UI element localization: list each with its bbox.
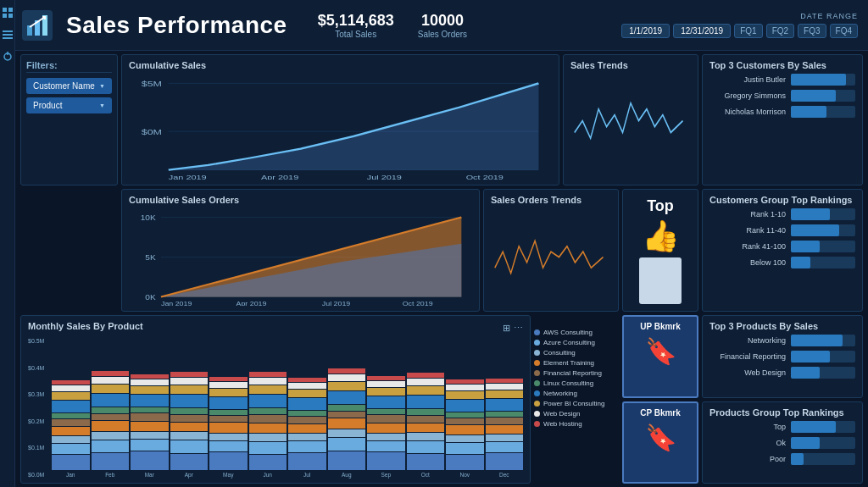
legend-label: Element Training bbox=[543, 359, 594, 367]
filter-icon[interactable]: ⊞ bbox=[503, 323, 510, 334]
legend-item: Linux Consulting bbox=[534, 379, 619, 387]
sales-trends-panel: Sales Trends bbox=[563, 54, 698, 185]
legend-label: Power BI Consulting bbox=[543, 400, 604, 407]
svg-text:Jan 2019: Jan 2019 bbox=[161, 301, 192, 306]
bar-segment bbox=[328, 412, 366, 418]
bar-segment bbox=[92, 385, 130, 393]
bar-segment bbox=[249, 408, 287, 414]
bar-segment bbox=[92, 394, 130, 407]
fq3-button[interactable]: FQ3 bbox=[798, 24, 826, 38]
sidebar-icon-3[interactable] bbox=[2, 51, 14, 63]
bar-segment bbox=[328, 382, 366, 390]
legend-dot bbox=[534, 350, 540, 356]
y-axis: $0.5M $0.4M $0.3M $0.2M $0.1M $0.0M bbox=[28, 338, 52, 478]
top3-customers-bars: Justin Butler Gregory Simmons Nicholas M… bbox=[709, 74, 855, 118]
legend-dot bbox=[534, 411, 540, 417]
bar-segment bbox=[249, 385, 287, 394]
row3-right-panels: Top 3 Products By Sales Networking Finan… bbox=[702, 315, 863, 484]
month-label: Nov bbox=[459, 472, 470, 478]
legend-item: Networking bbox=[534, 390, 619, 397]
bar-segment bbox=[52, 401, 90, 412]
bar-segment bbox=[170, 432, 209, 440]
header-stats: $5,114,683 Total Sales 10000 Sales Order… bbox=[318, 12, 467, 39]
products-rankings-bars: Top Ok Poor bbox=[709, 421, 855, 465]
bar-segment bbox=[486, 384, 524, 390]
sidebar-icon-2[interactable] bbox=[2, 29, 14, 41]
legend-dot bbox=[534, 329, 540, 335]
sales-orders-label: Sales Orders bbox=[418, 30, 467, 39]
date-end[interactable]: 12/31/2019 bbox=[673, 24, 731, 38]
month-label: Dec bbox=[499, 472, 509, 478]
month-column: Dec bbox=[486, 379, 524, 478]
legend-dot bbox=[534, 401, 540, 407]
month-label: Mar bbox=[145, 472, 154, 478]
bar-segment bbox=[249, 442, 287, 454]
bar-segment bbox=[209, 410, 248, 415]
bar-segment bbox=[407, 423, 445, 432]
product-filter[interactable]: Product bbox=[26, 97, 112, 113]
legend-label: AWS Consulting bbox=[543, 329, 593, 336]
bar-segment bbox=[446, 435, 484, 442]
sidebar-icon-1[interactable] bbox=[2, 7, 14, 19]
top3-products-panel: Top 3 Products By Sales Networking Finan… bbox=[702, 315, 863, 398]
svg-text:5K: 5K bbox=[145, 253, 156, 261]
top3-customers-title: Top 3 Customers By Sales bbox=[709, 60, 855, 70]
legend-label: Financial Reporting bbox=[543, 369, 602, 377]
fq4-button[interactable]: FQ4 bbox=[830, 24, 858, 38]
bar-segment bbox=[288, 434, 326, 440]
month-label: Jan bbox=[66, 472, 75, 478]
bar-segment bbox=[170, 378, 209, 385]
bar-segment bbox=[209, 441, 248, 451]
total-sales-stat: $5,114,683 Total Sales bbox=[318, 12, 394, 39]
bar-segment bbox=[52, 455, 90, 470]
top-label: Top bbox=[647, 197, 674, 215]
header-right: DATE RANGE 1/1/2019 12/31/2019 FQ1 FQ2 F… bbox=[621, 12, 858, 38]
ranking-bar-row: Rank 1-10 bbox=[709, 208, 855, 220]
bar-segment bbox=[486, 390, 524, 398]
legend-dot bbox=[534, 390, 540, 396]
bookmark-icon-up: 🔖 bbox=[645, 336, 676, 366]
page-title: Sales Performance bbox=[66, 12, 287, 39]
month-column: Oct bbox=[407, 373, 445, 478]
bar-segment bbox=[288, 378, 326, 382]
bar-segment bbox=[209, 389, 248, 396]
bar-segment bbox=[486, 453, 524, 470]
bar-segment bbox=[249, 395, 287, 407]
bar-segment bbox=[52, 385, 90, 391]
customer-name-filter[interactable]: Customer Name bbox=[26, 78, 112, 94]
bar-segment bbox=[92, 453, 130, 470]
month-label: Oct bbox=[421, 472, 430, 478]
cp-bookmark-panel[interactable]: CP Bkmrk 🔖 bbox=[622, 401, 698, 484]
svg-text:Apr 2019: Apr 2019 bbox=[261, 174, 298, 180]
products-rankings-panel: Products Group Top Rankings Top Ok Poor bbox=[702, 401, 863, 484]
up-bookmark-title: UP Bkmrk bbox=[640, 322, 681, 331]
row-1: Filters: Customer Name Product Cumulativ… bbox=[20, 54, 863, 185]
total-sales-value: $5,114,683 bbox=[318, 12, 394, 30]
top3-products-title: Top 3 Products By Sales bbox=[709, 321, 855, 331]
svg-text:Jul 2019: Jul 2019 bbox=[322, 301, 351, 306]
product-ranking-bar-row: Ok bbox=[709, 437, 855, 449]
monthly-header-icons: ⊞ ⋯ bbox=[503, 323, 523, 334]
customer-bar-row: Justin Butler bbox=[709, 74, 855, 86]
quarter-buttons: FQ1 FQ2 FQ3 FQ4 bbox=[734, 24, 858, 38]
bar-segment bbox=[170, 385, 209, 394]
up-bookmark-panel[interactable]: UP Bkmrk 🔖 bbox=[622, 315, 698, 398]
more-icon[interactable]: ⋯ bbox=[514, 323, 523, 334]
svg-text:$0M: $0M bbox=[142, 127, 162, 136]
bar-segment bbox=[92, 407, 130, 413]
legend-item: Azure Consulting bbox=[534, 339, 619, 346]
bar-segment bbox=[328, 418, 366, 429]
svg-text:Apr 2019: Apr 2019 bbox=[236, 301, 267, 306]
bar-segment bbox=[288, 383, 326, 389]
app-logo bbox=[22, 10, 53, 41]
bar-segment bbox=[288, 453, 326, 470]
date-start[interactable]: 1/1/2019 bbox=[621, 24, 670, 38]
cumulative-sales-panel: Cumulative Sales $5M $0M Jan 2019 bbox=[121, 54, 559, 185]
bookmark-panels: UP Bkmrk 🔖 CP Bkmrk 🔖 bbox=[622, 315, 698, 484]
bar-segment bbox=[367, 376, 405, 380]
legend-item: Consulting bbox=[534, 349, 619, 357]
fq2-button[interactable]: FQ2 bbox=[766, 24, 794, 38]
fq1-button[interactable]: FQ1 bbox=[734, 24, 762, 38]
bar-segment bbox=[367, 396, 405, 408]
bar-segment bbox=[92, 371, 130, 376]
